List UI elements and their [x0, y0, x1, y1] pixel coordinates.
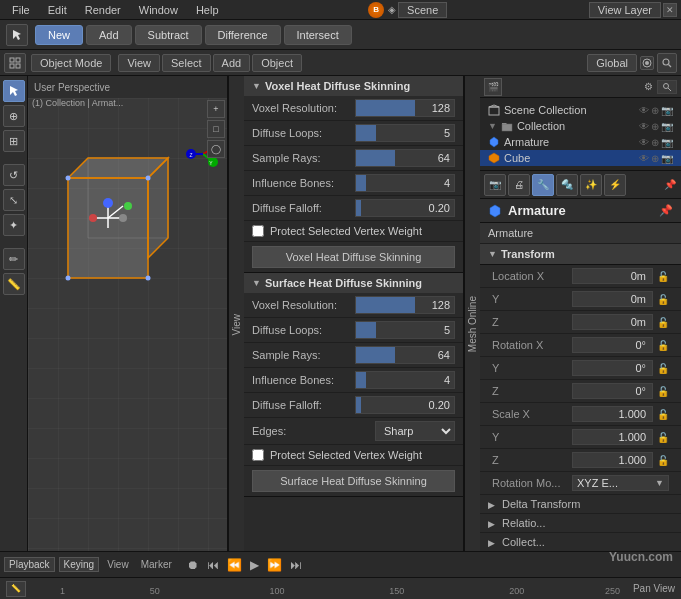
diffuse-falloff-value1[interactable]: 0.20 [355, 199, 455, 217]
viewport-icon[interactable] [4, 53, 26, 73]
eye-icon[interactable]: 👁 [639, 105, 649, 116]
armature-render-icon[interactable]: 📷 [661, 137, 673, 148]
viewport-pan-icon[interactable]: □ [207, 120, 225, 138]
props-pin-btn[interactable]: 📌 [659, 204, 673, 218]
viewlayer-selector[interactable]: View Layer [589, 2, 661, 18]
rotation-y-value[interactable]: 0° [572, 360, 653, 376]
render-icon[interactable]: 📷 [661, 105, 673, 116]
render-props-icon[interactable]: 📷 [484, 174, 506, 196]
scene-icon[interactable]: 🎬 [484, 78, 502, 96]
surface-section-header[interactable]: ▼ Surface Heat Diffuse Skinning [244, 273, 463, 293]
menu-window[interactable]: Window [131, 2, 186, 18]
modifier-props-icon[interactable]: 🔩 [556, 174, 578, 196]
voxel-resolution-value[interactable]: 128 [355, 99, 455, 117]
relations-row[interactable]: ▶ Relatio... [480, 514, 681, 533]
viewport-canvas[interactable]: X Y Z [28, 98, 227, 573]
menu-file[interactable]: File [4, 2, 38, 18]
view-side-tab[interactable]: View [228, 76, 244, 573]
rotation-mode-select[interactable]: XYZ E... ▼ [572, 475, 669, 491]
keying-selector[interactable]: Keying [59, 557, 100, 572]
diffuse-loops-value2[interactable]: 5 [355, 321, 455, 339]
rotation-z-value[interactable]: 0° [572, 383, 653, 399]
ruler-toggle-icon[interactable]: 📏 [6, 581, 26, 597]
playback-selector[interactable]: Playback [4, 557, 55, 572]
collection-render-icon[interactable]: 📷 [661, 121, 673, 132]
add-button[interactable]: Add [86, 25, 132, 45]
new-button[interactable]: New [35, 25, 83, 45]
cube-cursor-icon[interactable]: ⊕ [651, 153, 659, 164]
cube-eye-icon[interactable]: 👁 [639, 153, 649, 164]
record-button[interactable]: ⏺ [184, 556, 202, 574]
prev-frame-button[interactable]: ⏪ [224, 556, 245, 574]
voxel-action-button[interactable]: Voxel Heat Diffuse Skinning [252, 246, 455, 268]
jump-start-button[interactable]: ⏮ [204, 556, 222, 574]
armature-eye-icon[interactable]: 👁 [639, 137, 649, 148]
diffuse-loops-value[interactable]: 5 [355, 124, 455, 142]
select-button[interactable]: Select [162, 54, 211, 72]
mesh-online-tab[interactable]: Mesh Online [464, 76, 480, 573]
search-icon[interactable] [657, 53, 677, 73]
global-button[interactable]: Global [587, 54, 637, 72]
viewport-rotate-icon[interactable]: ◯ [207, 140, 225, 158]
rotation-y-lock-icon[interactable]: 🔓 [657, 363, 669, 374]
cursor-tool-icon[interactable]: ⊕ [3, 105, 25, 127]
scene-collection-item[interactable]: Scene Collection 👁 ⊕ 📷 [480, 102, 681, 118]
cursor-icon[interactable]: ⊕ [651, 105, 659, 116]
edges-select[interactable]: Sharp [375, 421, 455, 441]
add-menu-button[interactable]: Add [213, 54, 251, 72]
rotation-x-lock-icon[interactable]: 🔓 [657, 340, 669, 351]
intersect-button[interactable]: Intersect [284, 25, 352, 45]
view-button[interactable]: View [118, 54, 160, 72]
collection-cursor-icon[interactable]: ⊕ [651, 121, 659, 132]
viewport-zoom-icon[interactable]: + [207, 100, 225, 118]
transform-section-title[interactable]: ▼ Transform [480, 244, 681, 265]
close-icon[interactable]: ✕ [663, 3, 677, 17]
location-x-lock-icon[interactable]: 🔓 [657, 271, 669, 282]
output-props-icon[interactable]: 🖨 [508, 174, 530, 196]
voxel-section-header[interactable]: ▼ Voxel Heat Diffuse Skinning [244, 76, 463, 96]
transform-tool-icon[interactable]: ✦ [3, 214, 25, 236]
delta-transform-row[interactable]: ▶ Delta Transform [480, 495, 681, 514]
scale-z-value[interactable]: 1.000 [572, 452, 653, 468]
scale-tool-icon[interactable]: ⤡ [3, 189, 25, 211]
rotate-tool-icon[interactable]: ↺ [3, 164, 25, 186]
rotation-z-lock-icon[interactable]: 🔓 [657, 386, 669, 397]
scale-y-lock-icon[interactable]: 🔓 [657, 432, 669, 443]
location-y-value[interactable]: 0m [572, 291, 653, 307]
location-x-value[interactable]: 0m [572, 268, 653, 284]
diffuse-falloff-value2[interactable]: 0.20 [355, 396, 455, 414]
measure-icon[interactable]: 📏 [3, 273, 25, 295]
influence-bones-value1[interactable]: 4 [355, 174, 455, 192]
cube-render-icon[interactable]: 📷 [661, 153, 673, 164]
surface-action-button[interactable]: Surface Heat Diffuse Skinning [252, 470, 455, 492]
menu-render[interactable]: Render [77, 2, 129, 18]
armature-cursor-icon[interactable]: ⊕ [651, 137, 659, 148]
scene-selector[interactable]: Scene [398, 2, 447, 18]
cube-item[interactable]: Cube 👁 ⊕ 📷 [480, 150, 681, 166]
object-menu-button[interactable]: Object [252, 54, 302, 72]
jump-end-button[interactable]: ⏭ [287, 556, 305, 574]
timeline-view-btn[interactable]: View [103, 558, 133, 571]
move-tool-icon[interactable]: ⊞ [3, 130, 25, 152]
scale-x-lock-icon[interactable]: 🔓 [657, 409, 669, 420]
annotate-icon[interactable]: ✏ [3, 248, 25, 270]
voxel-resolution-value2[interactable]: 128 [355, 296, 455, 314]
scale-y-value[interactable]: 1.000 [572, 429, 653, 445]
object-mode-button[interactable]: Object Mode [31, 54, 111, 72]
sample-rays-value1[interactable]: 64 [355, 149, 455, 167]
menu-edit[interactable]: Edit [40, 2, 75, 18]
scale-x-value[interactable]: 1.000 [572, 406, 653, 422]
protect-vertex-checkbox1[interactable] [252, 225, 264, 237]
play-button[interactable]: ▶ [247, 556, 262, 574]
collection-item[interactable]: ▼ Collection 👁 ⊕ 📷 [480, 118, 681, 134]
location-z-lock-icon[interactable]: 🔓 [657, 317, 669, 328]
particle-props-icon[interactable]: ✨ [580, 174, 602, 196]
select-tool-icon[interactable] [3, 80, 25, 102]
physics-props-icon[interactable]: ⚡ [604, 174, 626, 196]
props-pin-icon[interactable]: 📌 [663, 178, 677, 192]
sample-rays-value2[interactable]: 64 [355, 346, 455, 364]
location-y-lock-icon[interactable]: 🔓 [657, 294, 669, 305]
location-z-value[interactable]: 0m [572, 314, 653, 330]
menu-help[interactable]: Help [188, 2, 227, 18]
rotation-x-value[interactable]: 0° [572, 337, 653, 353]
